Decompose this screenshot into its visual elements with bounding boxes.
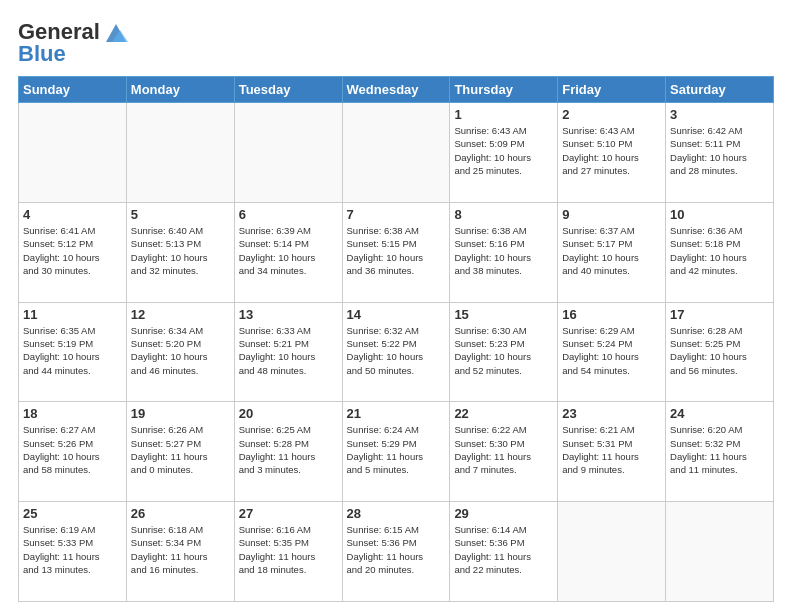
calendar-cell (19, 103, 127, 203)
day-info: Sunrise: 6:15 AM Sunset: 5:36 PM Dayligh… (347, 523, 446, 576)
logo-icon (102, 18, 130, 46)
weekday-header-row: SundayMondayTuesdayWednesdayThursdayFrid… (19, 77, 774, 103)
weekday-saturday: Saturday (666, 77, 774, 103)
day-info: Sunrise: 6:24 AM Sunset: 5:29 PM Dayligh… (347, 423, 446, 476)
day-info: Sunrise: 6:41 AM Sunset: 5:12 PM Dayligh… (23, 224, 122, 277)
day-info: Sunrise: 6:39 AM Sunset: 5:14 PM Dayligh… (239, 224, 338, 277)
day-info: Sunrise: 6:16 AM Sunset: 5:35 PM Dayligh… (239, 523, 338, 576)
calendar-cell: 5Sunrise: 6:40 AM Sunset: 5:13 PM Daylig… (126, 202, 234, 302)
calendar-cell: 4Sunrise: 6:41 AM Sunset: 5:12 PM Daylig… (19, 202, 127, 302)
calendar-cell: 23Sunrise: 6:21 AM Sunset: 5:31 PM Dayli… (558, 402, 666, 502)
day-info: Sunrise: 6:20 AM Sunset: 5:32 PM Dayligh… (670, 423, 769, 476)
day-number: 11 (23, 307, 122, 322)
calendar-cell: 6Sunrise: 6:39 AM Sunset: 5:14 PM Daylig… (234, 202, 342, 302)
day-number: 17 (670, 307, 769, 322)
day-number: 16 (562, 307, 661, 322)
weekday-friday: Friday (558, 77, 666, 103)
calendar-cell: 16Sunrise: 6:29 AM Sunset: 5:24 PM Dayli… (558, 302, 666, 402)
day-info: Sunrise: 6:22 AM Sunset: 5:30 PM Dayligh… (454, 423, 553, 476)
weekday-sunday: Sunday (19, 77, 127, 103)
day-number: 3 (670, 107, 769, 122)
calendar-cell (234, 103, 342, 203)
day-info: Sunrise: 6:21 AM Sunset: 5:31 PM Dayligh… (562, 423, 661, 476)
day-number: 26 (131, 506, 230, 521)
day-info: Sunrise: 6:25 AM Sunset: 5:28 PM Dayligh… (239, 423, 338, 476)
calendar-cell: 17Sunrise: 6:28 AM Sunset: 5:25 PM Dayli… (666, 302, 774, 402)
day-info: Sunrise: 6:35 AM Sunset: 5:19 PM Dayligh… (23, 324, 122, 377)
day-number: 20 (239, 406, 338, 421)
calendar-cell (666, 502, 774, 602)
day-number: 28 (347, 506, 446, 521)
day-info: Sunrise: 6:43 AM Sunset: 5:09 PM Dayligh… (454, 124, 553, 177)
calendar-table: SundayMondayTuesdayWednesdayThursdayFrid… (18, 76, 774, 602)
calendar-cell: 10Sunrise: 6:36 AM Sunset: 5:18 PM Dayli… (666, 202, 774, 302)
day-number: 9 (562, 207, 661, 222)
day-number: 24 (670, 406, 769, 421)
weekday-thursday: Thursday (450, 77, 558, 103)
day-number: 22 (454, 406, 553, 421)
day-info: Sunrise: 6:38 AM Sunset: 5:16 PM Dayligh… (454, 224, 553, 277)
day-number: 7 (347, 207, 446, 222)
weekday-tuesday: Tuesday (234, 77, 342, 103)
week-row-3: 11Sunrise: 6:35 AM Sunset: 5:19 PM Dayli… (19, 302, 774, 402)
day-number: 15 (454, 307, 553, 322)
day-info: Sunrise: 6:43 AM Sunset: 5:10 PM Dayligh… (562, 124, 661, 177)
header: General Blue (18, 18, 774, 66)
week-row-4: 18Sunrise: 6:27 AM Sunset: 5:26 PM Dayli… (19, 402, 774, 502)
day-number: 1 (454, 107, 553, 122)
weekday-monday: Monday (126, 77, 234, 103)
calendar-cell: 2Sunrise: 6:43 AM Sunset: 5:10 PM Daylig… (558, 103, 666, 203)
calendar-cell: 24Sunrise: 6:20 AM Sunset: 5:32 PM Dayli… (666, 402, 774, 502)
day-number: 23 (562, 406, 661, 421)
week-row-5: 25Sunrise: 6:19 AM Sunset: 5:33 PM Dayli… (19, 502, 774, 602)
calendar-cell: 11Sunrise: 6:35 AM Sunset: 5:19 PM Dayli… (19, 302, 127, 402)
calendar-cell: 21Sunrise: 6:24 AM Sunset: 5:29 PM Dayli… (342, 402, 450, 502)
calendar-cell: 13Sunrise: 6:33 AM Sunset: 5:21 PM Dayli… (234, 302, 342, 402)
day-number: 25 (23, 506, 122, 521)
day-info: Sunrise: 6:42 AM Sunset: 5:11 PM Dayligh… (670, 124, 769, 177)
day-number: 14 (347, 307, 446, 322)
calendar-cell: 8Sunrise: 6:38 AM Sunset: 5:16 PM Daylig… (450, 202, 558, 302)
calendar-cell (342, 103, 450, 203)
calendar-cell: 19Sunrise: 6:26 AM Sunset: 5:27 PM Dayli… (126, 402, 234, 502)
day-number: 2 (562, 107, 661, 122)
day-info: Sunrise: 6:28 AM Sunset: 5:25 PM Dayligh… (670, 324, 769, 377)
day-number: 19 (131, 406, 230, 421)
calendar-cell: 25Sunrise: 6:19 AM Sunset: 5:33 PM Dayli… (19, 502, 127, 602)
calendar-cell: 7Sunrise: 6:38 AM Sunset: 5:15 PM Daylig… (342, 202, 450, 302)
day-info: Sunrise: 6:27 AM Sunset: 5:26 PM Dayligh… (23, 423, 122, 476)
day-info: Sunrise: 6:19 AM Sunset: 5:33 PM Dayligh… (23, 523, 122, 576)
calendar-cell (126, 103, 234, 203)
calendar-cell: 28Sunrise: 6:15 AM Sunset: 5:36 PM Dayli… (342, 502, 450, 602)
day-info: Sunrise: 6:14 AM Sunset: 5:36 PM Dayligh… (454, 523, 553, 576)
day-info: Sunrise: 6:30 AM Sunset: 5:23 PM Dayligh… (454, 324, 553, 377)
page: General Blue SundayMondayTuesdayWednesda… (0, 0, 792, 612)
week-row-2: 4Sunrise: 6:41 AM Sunset: 5:12 PM Daylig… (19, 202, 774, 302)
calendar-cell: 14Sunrise: 6:32 AM Sunset: 5:22 PM Dayli… (342, 302, 450, 402)
calendar-cell (558, 502, 666, 602)
day-info: Sunrise: 6:40 AM Sunset: 5:13 PM Dayligh… (131, 224, 230, 277)
week-row-1: 1Sunrise: 6:43 AM Sunset: 5:09 PM Daylig… (19, 103, 774, 203)
day-info: Sunrise: 6:29 AM Sunset: 5:24 PM Dayligh… (562, 324, 661, 377)
day-number: 13 (239, 307, 338, 322)
calendar-cell: 18Sunrise: 6:27 AM Sunset: 5:26 PM Dayli… (19, 402, 127, 502)
calendar-cell: 22Sunrise: 6:22 AM Sunset: 5:30 PM Dayli… (450, 402, 558, 502)
calendar-cell: 27Sunrise: 6:16 AM Sunset: 5:35 PM Dayli… (234, 502, 342, 602)
day-number: 29 (454, 506, 553, 521)
day-number: 10 (670, 207, 769, 222)
day-info: Sunrise: 6:33 AM Sunset: 5:21 PM Dayligh… (239, 324, 338, 377)
weekday-wednesday: Wednesday (342, 77, 450, 103)
day-number: 6 (239, 207, 338, 222)
day-info: Sunrise: 6:32 AM Sunset: 5:22 PM Dayligh… (347, 324, 446, 377)
calendar-cell: 20Sunrise: 6:25 AM Sunset: 5:28 PM Dayli… (234, 402, 342, 502)
day-info: Sunrise: 6:38 AM Sunset: 5:15 PM Dayligh… (347, 224, 446, 277)
calendar-cell: 26Sunrise: 6:18 AM Sunset: 5:34 PM Dayli… (126, 502, 234, 602)
day-number: 4 (23, 207, 122, 222)
day-info: Sunrise: 6:18 AM Sunset: 5:34 PM Dayligh… (131, 523, 230, 576)
calendar-cell: 1Sunrise: 6:43 AM Sunset: 5:09 PM Daylig… (450, 103, 558, 203)
day-info: Sunrise: 6:36 AM Sunset: 5:18 PM Dayligh… (670, 224, 769, 277)
day-number: 27 (239, 506, 338, 521)
day-info: Sunrise: 6:26 AM Sunset: 5:27 PM Dayligh… (131, 423, 230, 476)
calendar-cell: 29Sunrise: 6:14 AM Sunset: 5:36 PM Dayli… (450, 502, 558, 602)
day-number: 12 (131, 307, 230, 322)
